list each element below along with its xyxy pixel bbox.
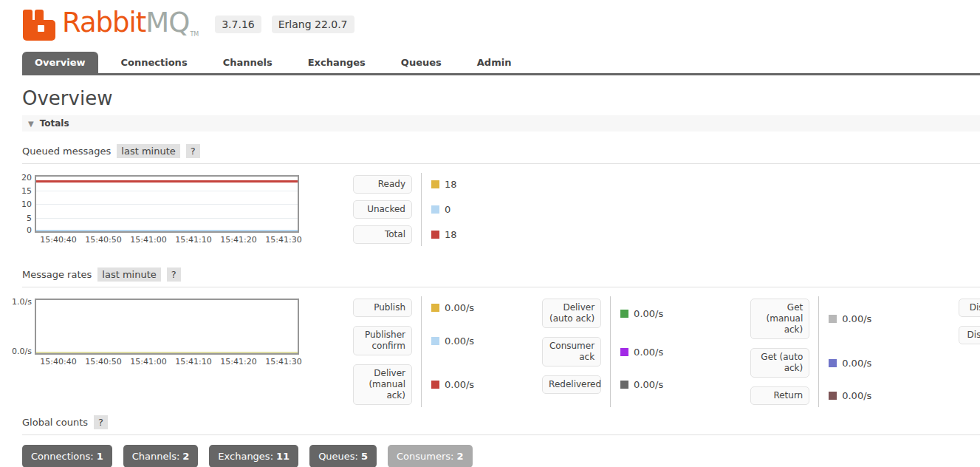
global-counts-help-icon[interactable]: ? — [94, 415, 108, 429]
rabbitmq-overview-page: Rabbit MQ TM 3.7.16 Erlang 22.0.7 Overvi… — [0, 0, 980, 467]
app-header: Rabbit MQ TM 3.7.16 Erlang 22.0.7 — [22, 0, 980, 38]
message-rates-plot-area: 1.0/s 0.0/s — [35, 299, 299, 355]
publisher-confirm-button[interactable]: Publisher confirm — [353, 326, 412, 355]
x-tick: 15:41:30 — [265, 357, 301, 367]
global-counts-section: Global counts ? Connections:1 Channels:2… — [22, 415, 980, 467]
queued-messages-plot-area: 20 15 10 5 0 — [35, 175, 299, 233]
x-axis: 15:40:40 15:40:50 15:41:00 15:41:10 15:4… — [36, 357, 326, 369]
y-tick: 10 — [21, 200, 32, 209]
publisher-confirm-rate: 0.00/s — [445, 335, 474, 347]
unacked-swatch — [431, 205, 439, 214]
consumer-ack-button[interactable]: Consumer ack — [542, 337, 601, 367]
publish-rate: 0.00/s — [445, 302, 474, 313]
tab-queues[interactable]: Queues — [388, 52, 454, 73]
tab-channels[interactable]: Channels — [210, 52, 285, 73]
tab-connections[interactable]: Connections — [109, 52, 200, 73]
legend-row-publish: Publish 0.00/s — [353, 299, 474, 317]
x-tick: 15:41:10 — [175, 357, 211, 367]
series-line-disk-write — [36, 352, 298, 353]
queued-messages-header: Queued messages last minute ? — [22, 144, 980, 164]
publish-button[interactable]: Publish — [353, 299, 412, 317]
unacked-button[interactable]: Unacked — [353, 200, 412, 219]
gridline — [36, 218, 298, 219]
x-tick: 15:41:00 — [130, 357, 166, 367]
get-manual-ack-rate: 0.00/s — [842, 313, 871, 324]
message-rates-section: Message rates last minute ? 1.0/s 0.0/s … — [22, 267, 980, 405]
legend-row-disk-write: Disk write 0.00/s — [959, 326, 980, 344]
rates-time-range-selector[interactable]: last minute — [97, 267, 160, 282]
legend-divider — [610, 296, 611, 407]
legend-row-deliver-manual: Deliver (manual ack) 0.00/s — [353, 364, 474, 405]
ready-swatch — [431, 180, 439, 188]
queued-messages-chart: 20 15 10 5 0 15:40:40 15:40:50 15:41:00 — [22, 175, 326, 247]
x-tick: 15:41:20 — [220, 235, 256, 245]
x-tick: 15:41:20 — [220, 357, 256, 367]
deliver-auto-ack-swatch — [620, 310, 628, 318]
total-swatch — [431, 231, 439, 239]
legend-row-consumer-ack: Consumer ack 0.00/s — [542, 337, 663, 367]
queued-messages-title: Queued messages — [22, 146, 111, 157]
message-rates-legend: Publish 0.00/s Publisher confirm 0.00/s … — [326, 299, 980, 405]
gridline — [36, 191, 298, 191]
y-tick: 0.0/s — [12, 347, 32, 356]
queued-messages-section: Queued messages last minute ? 20 15 10 5… — [22, 144, 980, 247]
legend-column-publish: Publish 0.00/s Publisher confirm 0.00/s … — [353, 299, 474, 405]
rates-help-icon[interactable]: ? — [167, 267, 181, 282]
legend-divider — [421, 296, 422, 407]
queued-help-icon[interactable]: ? — [186, 144, 200, 158]
series-line-unacked — [36, 230, 298, 231]
consumers-count-badge: Consumers:2 — [388, 445, 473, 467]
global-counts-header: Global counts ? — [22, 415, 980, 435]
legend-row-total: Total 18 — [353, 225, 457, 244]
brand-rabbit-text: Rabbit — [62, 8, 145, 38]
deliver-manual-ack-rate: 0.00/s — [445, 379, 474, 390]
legend-row-get-auto: Get (auto ack) 0.00/s — [750, 348, 871, 378]
redelivered-button[interactable]: Redelivered — [542, 375, 601, 394]
get-manual-ack-swatch — [829, 315, 837, 323]
total-value: 18 — [445, 229, 457, 240]
legend-column-get: Get (manual ack) 0.00/s Get (auto ack) 0… — [750, 299, 871, 405]
legend-column-disk: Disk read 0.00/s Disk write 0.00/s — [959, 299, 980, 405]
queues-count-badge: Queues:5 — [309, 445, 377, 467]
rabbitmq-logo[interactable]: Rabbit MQ TM — [22, 8, 199, 41]
legend-divider — [818, 296, 819, 407]
deliver-manual-ack-swatch — [431, 381, 439, 389]
main-tabs: Overview Connections Channels Exchanges … — [22, 52, 980, 75]
get-manual-ack-button[interactable]: Get (manual ack) — [750, 299, 809, 339]
deliver-manual-ack-button[interactable]: Deliver (manual ack) — [353, 364, 412, 405]
totals-label: Totals — [40, 118, 69, 129]
x-tick: 15:41:30 — [265, 235, 301, 245]
legend-row-redelivered: Redelivered 0.00/s — [542, 375, 663, 394]
queued-messages-legend: Ready 18 Unacked 0 Total 18 — [353, 175, 457, 244]
disk-read-button[interactable]: Disk read — [959, 299, 980, 317]
get-auto-ack-button[interactable]: Get (auto ack) — [750, 348, 809, 378]
x-tick: 15:41:10 — [175, 235, 211, 245]
message-rates-header: Message rates last minute ? — [22, 267, 980, 287]
message-rates-chart: 1.0/s 0.0/s 15:40:40 15:40:50 15:41:00 1… — [22, 299, 326, 369]
consumer-ack-swatch — [620, 348, 628, 356]
queued-time-range-selector[interactable]: last minute — [117, 144, 179, 158]
trademark-text: TM — [190, 31, 199, 38]
exchanges-count-badge: Exchanges:11 — [209, 445, 298, 467]
legend-row-return: Return 0.00/s — [750, 386, 871, 405]
y-tick: 1.0/s — [12, 297, 32, 307]
return-button[interactable]: Return — [750, 386, 809, 405]
return-swatch — [829, 392, 837, 400]
disk-write-button[interactable]: Disk write — [959, 326, 980, 344]
tab-overview[interactable]: Overview — [22, 52, 98, 73]
deliver-auto-ack-button[interactable]: Deliver (auto ack) — [542, 299, 601, 328]
x-axis: 15:40:40 15:40:50 15:41:00 15:41:10 15:4… — [36, 235, 326, 247]
consumer-ack-rate: 0.00/s — [634, 347, 663, 358]
global-counts-title: Global counts — [22, 417, 88, 428]
erlang-version-badge: Erlang 22.0.7 — [272, 16, 354, 33]
totals-section-header[interactable]: ▼ Totals — [22, 115, 980, 132]
rabbitmq-logo-icon — [22, 10, 56, 41]
total-button[interactable]: Total — [353, 225, 412, 244]
version-badge: 3.7.16 — [215, 16, 261, 33]
return-rate: 0.00/s — [842, 390, 871, 401]
tab-admin[interactable]: Admin — [465, 52, 524, 73]
tab-exchanges[interactable]: Exchanges — [295, 52, 378, 73]
legend-row-ready: Ready 18 — [353, 175, 457, 194]
ready-value: 18 — [445, 179, 457, 190]
ready-button[interactable]: Ready — [353, 175, 412, 194]
